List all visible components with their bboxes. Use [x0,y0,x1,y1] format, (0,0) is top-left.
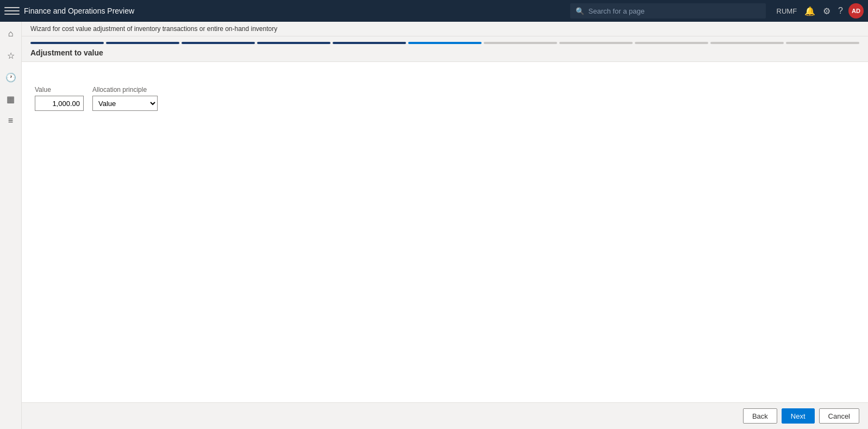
allocation-label: Allocation principle [92,86,158,94]
wizard-subtitle: Wizard for cost value adjustment of inve… [22,22,868,36]
allocation-field-group: Allocation principle ValueEqualQuantity [92,86,158,111]
progress-step [106,42,179,44]
progress-steps [30,42,859,44]
allocation-select[interactable]: ValueEqualQuantity [92,96,158,111]
navbar-right: RUMF 🔔 ⚙ ? AD [775,3,864,18]
progress-step [635,42,708,44]
navbar: Finance and Operations Preview 🔍 RUMF 🔔 … [0,0,868,22]
app-title: Finance and Operations Preview [24,7,570,15]
sidebar-item-modules[interactable]: ≡ [1,111,21,130]
search-bar[interactable]: 🔍 [570,3,766,18]
progress-bar-container [22,36,868,46]
hamburger-button[interactable] [4,3,20,18]
progress-step [257,42,330,44]
sidebar-item-workspaces[interactable]: ▦ [1,89,21,109]
sidebar: ⌂ ☆ 🕐 ▦ ≡ [0,22,22,429]
next-button[interactable]: Next [782,408,815,424]
settings-icon[interactable]: ⚙ [821,4,833,18]
value-label: Value [35,86,84,94]
form-area: Value Allocation principle ValueEqualQua… [22,62,868,402]
progress-step [710,42,784,44]
sidebar-item-favorites[interactable]: ☆ [1,46,21,65]
search-icon: 🔍 [576,7,584,15]
user-name-label: RUMF [775,5,800,17]
sidebar-item-recent[interactable]: 🕐 [1,67,21,87]
cancel-button[interactable]: Cancel [819,408,859,424]
progress-step [408,42,482,44]
search-input[interactable] [589,7,760,15]
form-fields: Value Allocation principle ValueEqualQua… [35,86,855,111]
value-input[interactable] [35,96,84,111]
content-area: Wizard for cost value adjustment of inve… [22,22,868,429]
notifications-icon[interactable]: 🔔 [802,4,817,18]
main-layout: ⌂ ☆ 🕐 ▦ ≡ Wizard for cost value adjustme… [0,22,868,429]
sidebar-item-home[interactable]: ⌂ [1,24,21,43]
progress-step [559,42,633,44]
progress-step [333,42,406,44]
section-heading: Adjustment to value [22,46,868,62]
back-button[interactable]: Back [743,408,777,424]
progress-step [484,42,557,44]
progress-step [786,42,859,44]
progress-step [30,42,104,44]
value-field-group: Value [35,86,84,111]
footer: Back Next Cancel [22,402,868,429]
avatar[interactable]: AD [848,3,864,18]
progress-step [182,42,255,44]
help-icon[interactable]: ? [836,4,845,18]
